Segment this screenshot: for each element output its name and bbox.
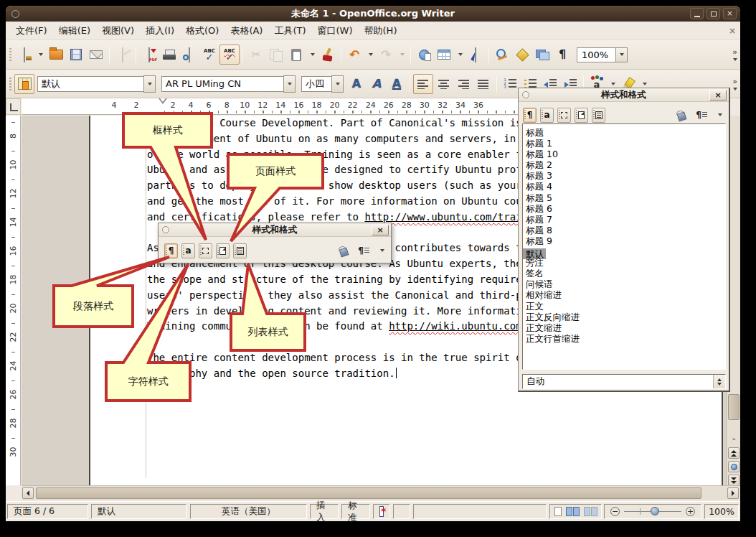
menu-item[interactable]: 格式(O) bbox=[180, 22, 225, 39]
close-button[interactable]: × bbox=[723, 8, 737, 19]
insert-mode-cell[interactable]: 插入 bbox=[310, 504, 339, 519]
page-styles-button[interactable] bbox=[575, 108, 588, 123]
previous-page-button[interactable] bbox=[728, 447, 740, 459]
multi-page-view-icon[interactable] bbox=[566, 507, 580, 516]
open-button[interactable] bbox=[46, 45, 66, 65]
hyperlink-button[interactable] bbox=[414, 45, 434, 65]
menu-item[interactable]: 表格(A) bbox=[225, 22, 268, 39]
undo-button[interactable]: ↶ bbox=[344, 45, 364, 65]
title-bar[interactable]: 未命名 1 - OpenOffice.org Writer × bbox=[6, 6, 740, 22]
menu-item[interactable]: 文件(F) bbox=[10, 22, 53, 39]
justify-button[interactable] bbox=[473, 74, 493, 94]
toolbar-grip[interactable] bbox=[9, 78, 11, 90]
paste-button[interactable] bbox=[286, 45, 306, 65]
new-document-button[interactable] bbox=[14, 45, 34, 65]
scroll-left-button[interactable] bbox=[22, 487, 34, 499]
show-draw-functions-button[interactable] bbox=[466, 45, 486, 65]
navigator-button[interactable] bbox=[512, 45, 532, 65]
single-page-view-icon[interactable] bbox=[554, 507, 562, 516]
numbered-list-button[interactable] bbox=[500, 74, 520, 94]
scroll-down-icon[interactable]: ⌄ bbox=[731, 434, 737, 442]
style-filter-combobox[interactable]: 自动 bbox=[522, 374, 726, 389]
auto-spellcheck-button[interactable]: ABC✓ bbox=[219, 45, 240, 65]
styles-panel-titlebar[interactable]: 样式和格式 × bbox=[519, 88, 729, 102]
page-styles-button[interactable] bbox=[216, 243, 230, 258]
print-button[interactable] bbox=[159, 45, 179, 65]
copy-button[interactable] bbox=[266, 45, 286, 65]
zoom-percent-cell[interactable]: 100% bbox=[704, 504, 739, 519]
fill-format-mode-button[interactable] bbox=[336, 243, 351, 258]
gallery-button[interactable] bbox=[532, 45, 552, 65]
indent-marker[interactable] bbox=[159, 98, 167, 104]
zoom-slider-handle[interactable] bbox=[651, 507, 659, 515]
cut-button[interactable]: ✂ bbox=[246, 45, 266, 65]
style-list-item[interactable]: 旁注 bbox=[523, 257, 725, 268]
font-name-combobox[interactable]: AR PL UMing CN bbox=[161, 75, 296, 93]
new-document-dropdown[interactable] bbox=[34, 45, 46, 65]
zoom-out-icon[interactable]: − bbox=[610, 507, 620, 516]
style-list-item[interactable]: 正文行首缩进 bbox=[523, 333, 725, 344]
menu-item[interactable]: 视图(V) bbox=[96, 22, 140, 39]
maximize-button[interactable] bbox=[707, 8, 720, 19]
spellcheck-button[interactable]: ABC✓ bbox=[199, 45, 219, 65]
menu-item[interactable]: 插入(I) bbox=[140, 22, 180, 39]
horizontal-scrollbar-thumb[interactable] bbox=[36, 487, 701, 499]
page-style-cell[interactable]: 默认 bbox=[91, 504, 186, 519]
align-center-button[interactable] bbox=[433, 74, 453, 94]
italic-button[interactable]: A bbox=[367, 74, 387, 94]
redo-dropdown[interactable] bbox=[396, 45, 407, 65]
formatting-marks-button[interactable]: ¶ bbox=[552, 45, 572, 65]
insert-table-button[interactable] bbox=[434, 45, 454, 65]
character-styles-button[interactable]: a bbox=[540, 108, 554, 123]
style-list-item[interactable]: 标题 3 bbox=[523, 170, 725, 181]
context-cell[interactable] bbox=[413, 504, 547, 519]
styles-and-formatting-button[interactable] bbox=[14, 74, 34, 94]
new-style-dropdown[interactable] bbox=[376, 241, 387, 261]
paste-dropdown[interactable] bbox=[306, 45, 318, 65]
toolbar-overflow[interactable]: » bbox=[732, 78, 737, 90]
zoom-in-icon[interactable]: + bbox=[686, 507, 695, 516]
toolbar-grip[interactable] bbox=[9, 48, 11, 61]
style-list-item[interactable]: 标题 2 bbox=[523, 159, 725, 170]
character-styles-button[interactable]: a bbox=[181, 243, 195, 258]
menu-item[interactable]: 工具(T) bbox=[268, 22, 311, 39]
selection-mode-cell[interactable]: 标准 bbox=[341, 504, 370, 519]
align-right-button[interactable] bbox=[453, 74, 473, 94]
find-replace-button[interactable] bbox=[492, 45, 512, 65]
list-styles-button[interactable] bbox=[592, 108, 605, 123]
style-list-item[interactable]: 标题 8 bbox=[523, 225, 725, 235]
paragraph-styles-button[interactable]: ¶ bbox=[523, 108, 537, 123]
style-list-item[interactable]: 正文缩进 bbox=[523, 322, 725, 333]
scroll-right-button[interactable] bbox=[727, 487, 739, 499]
vertical-ruler[interactable]: 81012141618202224262830 bbox=[6, 116, 21, 485]
style-filter-spinner[interactable] bbox=[713, 375, 725, 388]
new-style-from-selection-button[interactable]: ¶ bbox=[693, 107, 710, 123]
zoom-slider-cell[interactable]: − + bbox=[604, 504, 701, 519]
close-document-icon[interactable]: × bbox=[729, 26, 736, 36]
style-list-item[interactable]: 正文 bbox=[523, 301, 725, 312]
style-list-item[interactable]: 正文反向缩进 bbox=[523, 312, 725, 322]
export-pdf-button[interactable] bbox=[139, 45, 159, 65]
align-left-button[interactable] bbox=[413, 74, 433, 94]
undo-dropdown[interactable] bbox=[364, 45, 376, 65]
menu-item[interactable]: 窗口(W) bbox=[312, 22, 359, 39]
signature-cell[interactable] bbox=[393, 504, 410, 519]
format-paintbrush-button[interactable] bbox=[318, 45, 338, 65]
style-list-item[interactable]: 问候语 bbox=[523, 279, 725, 289]
book-view-icon[interactable] bbox=[584, 507, 597, 516]
paragraph-style-combobox[interactable]: 默认 bbox=[37, 75, 156, 93]
navigation-button[interactable] bbox=[728, 461, 740, 472]
minimize-button[interactable] bbox=[690, 8, 704, 19]
edit-file-button[interactable] bbox=[113, 45, 133, 65]
email-button[interactable] bbox=[86, 45, 106, 65]
floating-styles-titlebar[interactable]: 样式和格式 × bbox=[159, 223, 391, 237]
style-list-item[interactable]: 标题 4 bbox=[523, 181, 725, 192]
style-list-item[interactable]: 标题 6 bbox=[523, 203, 725, 214]
font-size-combobox[interactable]: 小四 bbox=[301, 75, 344, 93]
underline-button[interactable]: A bbox=[387, 74, 407, 94]
floating-styles-window[interactable]: 样式和格式 × ¶ a ¶ bbox=[158, 223, 392, 263]
new-style-dropdown[interactable] bbox=[714, 105, 725, 125]
ruler-origin-button[interactable] bbox=[6, 98, 21, 115]
view-layout-cell[interactable] bbox=[549, 504, 602, 519]
horizontal-scrollbar[interactable] bbox=[22, 485, 740, 500]
